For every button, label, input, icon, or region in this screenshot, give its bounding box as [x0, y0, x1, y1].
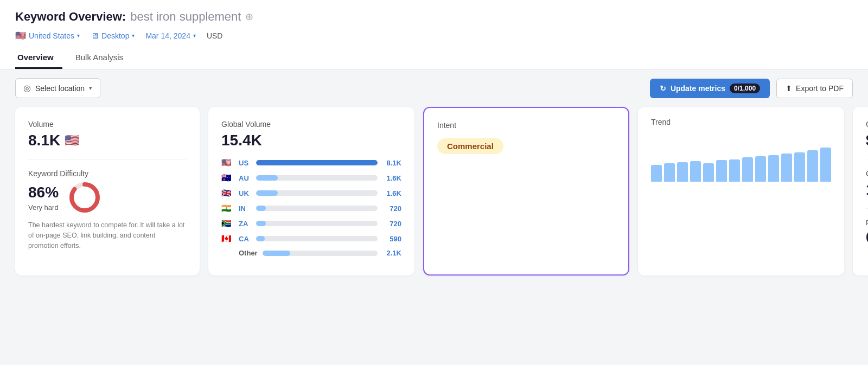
- trend-bar-1: [651, 165, 662, 182]
- location-selector[interactable]: 🇺🇸 United States ▾: [15, 30, 80, 41]
- intent-label: Intent: [437, 121, 615, 130]
- bar-track-au: [256, 175, 378, 181]
- bar-track-uk: [256, 190, 378, 196]
- pla-section: PLA 0: [866, 219, 868, 246]
- trend-bar-6: [716, 160, 727, 182]
- intent-card: Intent Commercial: [423, 107, 629, 276]
- comp-density-value: 1.00: [866, 181, 868, 198]
- currency-label: USD: [207, 31, 223, 40]
- bar-track-ca: [256, 236, 378, 241]
- bar-row-in: 🇮🇳 IN 720: [221, 203, 401, 213]
- export-pdf-button[interactable]: ⬆ Export to PDF: [776, 79, 853, 98]
- country-uk: UK: [239, 189, 252, 197]
- trend-bar-2: [664, 163, 675, 182]
- kd-values: 86% Very hard: [28, 184, 59, 212]
- country-name: United States: [29, 31, 74, 40]
- count-au: 1.6K: [382, 174, 401, 182]
- flag-za: 🇿🇦: [221, 219, 234, 228]
- intent-badge: Commercial: [437, 138, 503, 154]
- trend-bar-10: [768, 155, 779, 182]
- count-za: 720: [382, 220, 401, 228]
- tabs-row: Overview Bulk Analysis: [15, 48, 853, 69]
- cards-row: Volume 8.1K 🇺🇸 Keyword Difficulty 86% Ve…: [0, 107, 868, 289]
- count-other: 2.1K: [382, 249, 401, 257]
- trend-bar-9: [755, 156, 766, 182]
- bar-track-us: [256, 160, 378, 165]
- bar-fill-in: [256, 206, 266, 211]
- kd-row: 86% Very hard: [28, 181, 187, 214]
- trend-bar-7: [729, 159, 740, 182]
- bar-row-uk: 🇬🇧 UK 1.6K: [221, 188, 401, 198]
- country-ca: CA: [239, 235, 252, 243]
- bar-row-au: 🇦🇺 AU 1.6K: [221, 173, 401, 183]
- upload-icon: ⬆: [786, 84, 792, 93]
- bar-row-other: Other 2.1K: [221, 249, 401, 257]
- add-keyword-icon[interactable]: ⊕: [245, 11, 253, 23]
- date-selector[interactable]: Mar 14, 2024 ▾: [145, 31, 196, 40]
- cpc-value: $0.48: [866, 132, 868, 149]
- keyword-difficulty-section: Keyword Difficulty 86% Very hard The har…: [28, 169, 187, 251]
- select-location-button[interactable]: ◎ Select location ▾: [15, 78, 100, 98]
- competitive-density-section: Competitive Density 1.00: [866, 169, 868, 198]
- device-label: Desktop: [101, 31, 129, 40]
- country-flag: 🇺🇸: [15, 30, 26, 41]
- trend-bar-5: [703, 163, 714, 182]
- date-chevron: ▾: [193, 33, 196, 39]
- bar-track-za: [256, 221, 378, 226]
- bar-fill-za: [256, 221, 266, 226]
- toolbar-actions: ↻ Update metrics 0/1,000 ⬆ Export to PDF: [650, 79, 853, 98]
- select-location-label: Select location: [35, 84, 85, 93]
- count-uk: 1.6K: [382, 189, 401, 197]
- trend-bar-4: [690, 161, 701, 182]
- device-chevron: ▾: [132, 33, 135, 39]
- global-volume-value: 15.4K: [221, 132, 401, 149]
- count-us: 8.1K: [382, 159, 401, 167]
- pla-ads-row: PLA 0 Ads 6: [866, 219, 868, 246]
- select-location-chevron: ▾: [89, 85, 92, 92]
- svg-point-1: [72, 184, 98, 210]
- country-au: AU: [239, 174, 252, 182]
- bar-fill-au: [256, 175, 278, 181]
- volume-label: Volume: [28, 120, 187, 129]
- bar-track-in: [256, 206, 378, 211]
- tab-overview[interactable]: Overview: [15, 48, 62, 69]
- global-volume-label: Global Volume: [221, 120, 401, 129]
- pla-value: 0: [866, 229, 868, 246]
- bar-track-other: [263, 251, 378, 256]
- country-in: IN: [239, 204, 252, 213]
- page-title-static: Keyword Overview:: [15, 10, 126, 24]
- device-selector[interactable]: 🖥 Desktop ▾: [91, 31, 135, 40]
- trend-bar-8: [742, 157, 753, 182]
- tab-bulk-analysis[interactable]: Bulk Analysis: [73, 48, 132, 69]
- cpc-divider: [866, 159, 868, 159]
- bar-fill-other: [263, 251, 290, 256]
- country-us: US: [239, 159, 252, 167]
- flag-ca: 🇨🇦: [221, 234, 234, 244]
- export-label: Export to PDF: [796, 84, 844, 93]
- flag-uk: 🇬🇧: [221, 188, 234, 198]
- flag-au: 🇦🇺: [221, 173, 234, 183]
- bar-row-za: 🇿🇦 ZA 720: [221, 219, 401, 228]
- keyword-title: best iron supplement: [130, 10, 241, 24]
- date-label: Mar 14, 2024: [145, 31, 190, 40]
- count-ca: 590: [382, 235, 401, 243]
- bar-fill-uk: [256, 190, 278, 196]
- pla-label: PLA: [866, 219, 868, 227]
- kd-donut: [68, 181, 101, 214]
- volume-value: 8.1K 🇺🇸: [28, 132, 187, 149]
- trend-bar-12: [794, 152, 805, 182]
- toolbar: ◎ Select location ▾ ↻ Update metrics 0/1…: [0, 69, 868, 107]
- trend-card: Trend: [638, 107, 844, 276]
- monitor-icon: 🖥: [91, 31, 99, 40]
- page-header: Keyword Overview: best iron supplement ⊕…: [0, 0, 868, 69]
- title-row: Keyword Overview: best iron supplement ⊕: [15, 10, 853, 24]
- location-chevron: ▾: [77, 33, 80, 39]
- comp-density-label: Competitive Density: [866, 169, 868, 178]
- quota-badge: 0/1,000: [730, 84, 760, 93]
- update-metrics-button[interactable]: ↻ Update metrics 0/1,000: [650, 79, 770, 98]
- flag-us: 🇺🇸: [221, 158, 234, 168]
- country-za: ZA: [239, 220, 252, 228]
- meta-row: 🇺🇸 United States ▾ 🖥 Desktop ▾ Mar 14, 2…: [15, 30, 853, 41]
- trend-chart: [651, 133, 831, 182]
- kd-description: The hardest keyword to compete for. It w…: [28, 220, 187, 251]
